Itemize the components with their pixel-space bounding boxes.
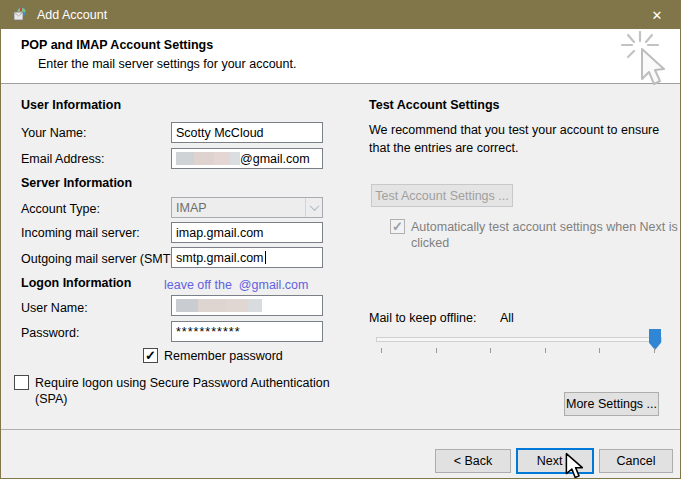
logon-information-heading: Logon Information: [21, 276, 131, 290]
next-button[interactable]: Next >: [516, 448, 594, 474]
page-subtitle: Enter the mail server settings for your …: [38, 57, 296, 71]
remember-password-label[interactable]: Remember password: [164, 348, 283, 364]
checkbox-box: ✓: [143, 348, 158, 363]
auto-test-label: Automatically test account settings when…: [411, 219, 681, 252]
your-name-input[interactable]: [171, 122, 323, 143]
test-description: We recommend that you test your account …: [369, 122, 681, 157]
slider-ticks: [381, 348, 655, 353]
text-caret: [265, 251, 266, 264]
server-information-heading: Server Information: [21, 176, 132, 190]
user-name-label: User Name:: [21, 301, 88, 315]
incoming-server-label: Incoming mail server:: [21, 226, 140, 240]
annotation-note: leave off the @gmail.com: [164, 278, 308, 292]
your-name-label: Your Name:: [21, 126, 87, 140]
password-label: Password:: [21, 326, 79, 340]
test-account-settings-button: Test Account Settings ...: [371, 184, 513, 207]
remember-password-checkbox[interactable]: ✓ Remember password: [143, 348, 283, 364]
account-type-select: IMAP: [171, 197, 323, 218]
add-account-app-icon: [11, 7, 27, 23]
user-information-heading: User Information: [21, 98, 121, 112]
user-name-input[interactable]: [171, 295, 323, 316]
checkbox-box: [14, 375, 29, 390]
test-account-settings-heading: Test Account Settings: [369, 98, 500, 112]
page-title: POP and IMAP Account Settings: [21, 38, 213, 52]
back-button[interactable]: < Back: [435, 449, 511, 473]
add-account-dialog: Add Account ✕ POP and IMAP Account Setti…: [0, 0, 681, 479]
email-address-label: Email Address:: [21, 152, 104, 166]
dialog-body: User Information Your Name: Email Addres…: [1, 85, 680, 429]
offline-slider-thumb[interactable]: [649, 329, 661, 350]
title-bar[interactable]: Add Account ✕: [1, 1, 680, 29]
more-settings-button[interactable]: More Settings ...: [564, 392, 659, 416]
auto-test-checkbox: ✓ Automatically test account settings wh…: [390, 219, 681, 252]
close-icon[interactable]: ✕: [634, 1, 680, 29]
cancel-button[interactable]: Cancel: [599, 449, 673, 473]
email-address-input[interactable]: @gmail.com: [171, 148, 323, 169]
sparkle-cursor-icon: [614, 31, 672, 89]
dialog-header: POP and IMAP Account Settings Enter the …: [1, 29, 680, 84]
account-type-label: Account Type:: [21, 202, 100, 216]
password-input[interactable]: [171, 321, 323, 342]
check-icon: ✓: [145, 349, 156, 362]
chevron-down-icon: [305, 198, 322, 217]
redacted-username-text: [176, 299, 262, 312]
window-title: Add Account: [37, 8, 107, 22]
email-suffix-text: @gmail.com: [240, 152, 310, 166]
incoming-server-input[interactable]: [171, 222, 323, 243]
mail-offline-value: All: [500, 311, 514, 325]
account-type-value: IMAP: [176, 201, 207, 215]
outgoing-server-input[interactable]: smtp.gmail.com: [171, 247, 323, 268]
offline-slider-track[interactable]: [376, 337, 662, 342]
checkbox-box: ✓: [390, 219, 405, 234]
footer-divider: [1, 429, 680, 430]
redacted-email-text: [176, 152, 240, 165]
spa-label[interactable]: Require logon using Secure Password Auth…: [35, 375, 340, 408]
mail-offline-label: Mail to keep offline:: [369, 311, 476, 325]
outgoing-server-value: smtp.gmail.com: [176, 251, 264, 265]
check-icon: ✓: [392, 220, 403, 233]
spa-checkbox[interactable]: Require logon using Secure Password Auth…: [14, 375, 340, 408]
outgoing-server-label: Outgoing mail server (SMTP):: [21, 252, 186, 266]
